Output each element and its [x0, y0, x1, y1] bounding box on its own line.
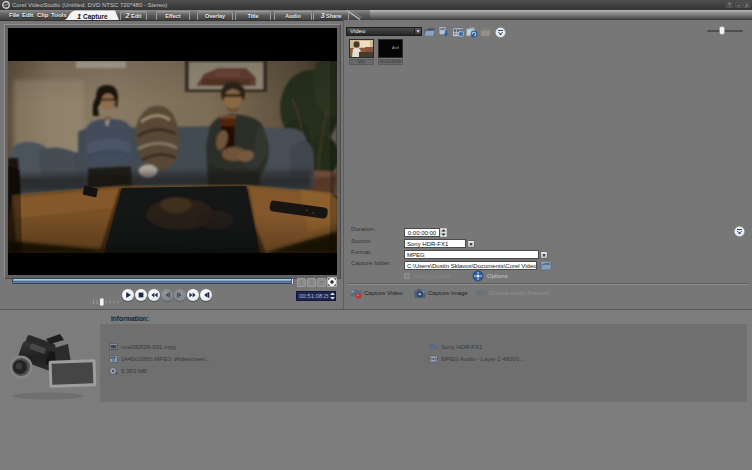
svg-text:Avid: Avid	[391, 46, 399, 50]
